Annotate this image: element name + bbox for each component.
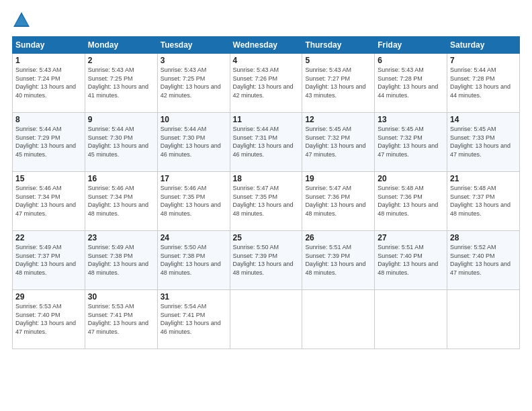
day-info: Sunrise: 5:43 AMSunset: 7:25 PMDaylight:… [161, 66, 221, 99]
day-info: Sunrise: 5:46 AMSunset: 7:35 PMDaylight:… [161, 185, 221, 217]
day-info: Sunrise: 5:43 AMSunset: 7:26 PMDaylight:… [233, 66, 294, 99]
day-cell: 12 Sunrise: 5:45 AMSunset: 7:32 PMDaylig… [302, 113, 375, 172]
day-cell: 30 Sunrise: 5:53 AMSunset: 7:41 PMDaylig… [85, 290, 157, 349]
day-number: 2 [88, 56, 154, 65]
header-tuesday: Tuesday [157, 37, 230, 54]
day-info: Sunrise: 5:44 AMSunset: 7:29 PMDaylight:… [15, 126, 76, 158]
header-saturday: Saturday [447, 37, 520, 54]
logo-icon [12, 11, 31, 30]
week-row-2: 8 Sunrise: 5:44 AMSunset: 7:29 PMDayligh… [13, 113, 520, 172]
day-cell: 13 Sunrise: 5:45 AMSunset: 7:32 PMDaylig… [375, 113, 447, 172]
day-info: Sunrise: 5:51 AMSunset: 7:40 PMDaylight:… [378, 244, 438, 276]
day-number: 29 [15, 292, 82, 302]
header-thursday: Thursday [302, 37, 375, 54]
day-info: Sunrise: 5:49 AMSunset: 7:38 PMDaylight:… [88, 244, 148, 276]
day-info: Sunrise: 5:53 AMSunset: 7:40 PMDaylight:… [15, 303, 76, 335]
day-number: 24 [161, 233, 227, 242]
day-cell: 3 Sunrise: 5:43 AMSunset: 7:25 PMDayligh… [157, 54, 230, 113]
day-info: Sunrise: 5:52 AMSunset: 7:40 PMDaylight:… [450, 244, 511, 276]
day-cell: 6 Sunrise: 5:43 AMSunset: 7:28 PMDayligh… [375, 54, 447, 113]
day-number: 16 [88, 174, 154, 183]
day-cell: 17 Sunrise: 5:46 AMSunset: 7:35 PMDaylig… [157, 172, 230, 231]
day-info: Sunrise: 5:44 AMSunset: 7:30 PMDaylight:… [88, 126, 148, 158]
day-number: 5 [305, 56, 371, 65]
day-cell: 16 Sunrise: 5:46 AMSunset: 7:34 PMDaylig… [85, 172, 157, 231]
day-info: Sunrise: 5:47 AMSunset: 7:36 PMDaylight:… [305, 185, 365, 217]
day-cell: 22 Sunrise: 5:49 AMSunset: 7:37 PMDaylig… [13, 231, 85, 290]
calendar-header-row: SundayMondayTuesdayWednesdayThursdayFrid… [13, 37, 520, 54]
week-row-3: 15 Sunrise: 5:46 AMSunset: 7:34 PMDaylig… [13, 172, 520, 231]
day-number: 26 [305, 233, 371, 242]
day-info: Sunrise: 5:47 AMSunset: 7:35 PMDaylight:… [233, 185, 294, 217]
day-number: 15 [15, 174, 82, 183]
week-row-1: 1 Sunrise: 5:43 AMSunset: 7:24 PMDayligh… [13, 54, 520, 113]
day-info: Sunrise: 5:43 AMSunset: 7:27 PMDaylight:… [305, 66, 365, 99]
day-number: 6 [378, 56, 444, 65]
day-cell: 8 Sunrise: 5:44 AMSunset: 7:29 PMDayligh… [13, 113, 85, 172]
day-info: Sunrise: 5:44 AMSunset: 7:31 PMDaylight:… [233, 126, 294, 158]
day-number: 21 [450, 174, 517, 183]
day-cell: 10 Sunrise: 5:44 AMSunset: 7:30 PMDaylig… [157, 113, 230, 172]
day-number: 18 [233, 174, 300, 183]
day-info: Sunrise: 5:45 AMSunset: 7:33 PMDaylight:… [450, 126, 511, 158]
day-cell: 23 Sunrise: 5:49 AMSunset: 7:38 PMDaylig… [85, 231, 157, 290]
day-info: Sunrise: 5:49 AMSunset: 7:37 PMDaylight:… [15, 244, 76, 276]
day-cell: 11 Sunrise: 5:44 AMSunset: 7:31 PMDaylig… [230, 113, 302, 172]
day-cell: 29 Sunrise: 5:53 AMSunset: 7:40 PMDaylig… [13, 290, 85, 349]
day-info: Sunrise: 5:48 AMSunset: 7:36 PMDaylight:… [378, 185, 438, 217]
header [12, 11, 520, 30]
day-number: 31 [161, 292, 227, 302]
day-info: Sunrise: 5:50 AMSunset: 7:39 PMDaylight:… [233, 244, 294, 276]
day-cell: 2 Sunrise: 5:43 AMSunset: 7:25 PMDayligh… [85, 54, 157, 113]
day-cell: 1 Sunrise: 5:43 AMSunset: 7:24 PMDayligh… [13, 54, 85, 113]
day-number: 8 [15, 115, 82, 124]
day-info: Sunrise: 5:43 AMSunset: 7:25 PMDaylight:… [88, 66, 148, 99]
svg-marker-1 [15, 15, 28, 26]
page: SundayMondayTuesdayWednesdayThursdayFrid… [0, 0, 532, 411]
day-info: Sunrise: 5:54 AMSunset: 7:41 PMDaylight:… [161, 303, 221, 335]
header-friday: Friday [375, 37, 447, 54]
day-info: Sunrise: 5:51 AMSunset: 7:39 PMDaylight:… [305, 244, 365, 276]
header-wednesday: Wednesday [230, 37, 302, 54]
day-cell: 24 Sunrise: 5:50 AMSunset: 7:38 PMDaylig… [157, 231, 230, 290]
day-number: 27 [378, 233, 444, 242]
day-cell: 31 Sunrise: 5:54 AMSunset: 7:41 PMDaylig… [157, 290, 230, 349]
day-number: 12 [305, 115, 371, 124]
day-number: 4 [233, 56, 300, 65]
day-number: 17 [161, 174, 227, 183]
day-cell: 5 Sunrise: 5:43 AMSunset: 7:27 PMDayligh… [302, 54, 375, 113]
day-cell: 14 Sunrise: 5:45 AMSunset: 7:33 PMDaylig… [447, 113, 520, 172]
logo [12, 11, 34, 30]
day-cell: 4 Sunrise: 5:43 AMSunset: 7:26 PMDayligh… [230, 54, 302, 113]
day-number: 13 [378, 115, 444, 124]
day-number: 9 [88, 115, 154, 124]
day-info: Sunrise: 5:53 AMSunset: 7:41 PMDaylight:… [88, 303, 148, 335]
day-cell [447, 290, 520, 349]
day-cell [230, 290, 302, 349]
week-row-4: 22 Sunrise: 5:49 AMSunset: 7:37 PMDaylig… [13, 231, 520, 290]
day-number: 14 [450, 115, 517, 124]
day-cell: 15 Sunrise: 5:46 AMSunset: 7:34 PMDaylig… [13, 172, 85, 231]
header-monday: Monday [85, 37, 157, 54]
day-cell: 19 Sunrise: 5:47 AMSunset: 7:36 PMDaylig… [302, 172, 375, 231]
day-number: 3 [161, 56, 227, 65]
day-cell [302, 290, 375, 349]
day-cell: 25 Sunrise: 5:50 AMSunset: 7:39 PMDaylig… [230, 231, 302, 290]
day-info: Sunrise: 5:50 AMSunset: 7:38 PMDaylight:… [161, 244, 221, 276]
day-number: 23 [88, 233, 154, 242]
day-number: 1 [15, 56, 82, 65]
day-info: Sunrise: 5:43 AMSunset: 7:28 PMDaylight:… [378, 66, 438, 99]
day-info: Sunrise: 5:45 AMSunset: 7:32 PMDaylight:… [378, 126, 438, 158]
day-number: 28 [450, 233, 517, 242]
day-number: 19 [305, 174, 371, 183]
day-cell: 26 Sunrise: 5:51 AMSunset: 7:39 PMDaylig… [302, 231, 375, 290]
calendar: SundayMondayTuesdayWednesdayThursdayFrid… [12, 36, 520, 349]
day-number: 7 [450, 56, 517, 65]
day-info: Sunrise: 5:46 AMSunset: 7:34 PMDaylight:… [88, 185, 148, 217]
day-number: 30 [88, 292, 154, 302]
day-number: 25 [233, 233, 300, 242]
day-info: Sunrise: 5:48 AMSunset: 7:37 PMDaylight:… [450, 185, 511, 217]
day-info: Sunrise: 5:45 AMSunset: 7:32 PMDaylight:… [305, 126, 365, 158]
day-cell: 27 Sunrise: 5:51 AMSunset: 7:40 PMDaylig… [375, 231, 447, 290]
day-number: 20 [378, 174, 444, 183]
